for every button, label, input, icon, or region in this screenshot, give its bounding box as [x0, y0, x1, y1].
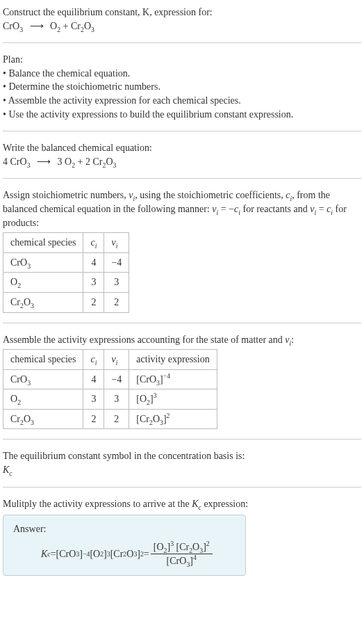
cell-ci: 3 — [83, 273, 104, 293]
table-row: Cr2O3 2 2 — [3, 292, 129, 312]
arrow-icon: ⟶ — [30, 19, 44, 33]
r1: CrO — [10, 156, 27, 167]
multiply-text: Mulitply the activity expressions to arr… — [3, 497, 361, 511]
n2m: O — [192, 542, 199, 552]
t1a: [CrO — [56, 547, 76, 561]
mid: O — [153, 414, 160, 424]
assign-section: Assign stoichiometric numbers, νi, using… — [3, 188, 361, 312]
coef1: 4 — [3, 156, 10, 167]
a: [CrO — [136, 374, 156, 385]
plan-item: Use the activity expressions to build th… — [3, 108, 361, 122]
cell-nui: 2 — [104, 292, 129, 312]
balanced-section: Write the balanced chemical equation: 4 … — [3, 141, 361, 168]
col-ci: ci — [83, 233, 104, 253]
assign-text: Assign stoichiometric numbers, νi, using… — [3, 188, 361, 230]
sp: Cr — [10, 297, 20, 307]
cell-species: Cr2O3 — [3, 409, 83, 429]
cell-activity: [Cr2O3]2 — [129, 409, 217, 429]
cell-ci: 2 — [83, 409, 104, 429]
table-header-row: chemical species ci νi activity expressi… — [3, 350, 217, 370]
n2a: [Cr — [174, 542, 189, 552]
cell-nui: −4 — [104, 252, 129, 273]
assemble-section: Assemble the activity expressions accoun… — [3, 333, 361, 430]
dsup: 4 — [193, 554, 197, 562]
sp2: O — [24, 414, 31, 424]
col-species: chemical species — [3, 350, 83, 370]
cell-nui: −4 — [104, 369, 129, 389]
coef3: 2 — [85, 156, 93, 167]
table-header-row: chemical species ci νi — [3, 233, 129, 253]
r1-sub: 3 — [27, 161, 31, 169]
plan-item: Determine the stoichiometric numbers. — [3, 80, 361, 94]
plan-item: Assemble the activity expression for eac… — [3, 94, 361, 108]
t2: expression: — [201, 499, 248, 509]
col-activity: activity expression — [129, 350, 217, 370]
sp: CrO — [10, 257, 27, 268]
colon: : — [291, 335, 294, 345]
sp2-sub: 3 — [31, 419, 34, 426]
answer-equation: Kc = [CrO3]−4 [O2]3 [Cr2O3]2 = [O2]3 [Cr… — [13, 540, 235, 568]
a: [Cr — [136, 414, 149, 424]
K: K — [41, 547, 47, 561]
t2a: [O — [90, 547, 100, 561]
col-ci: ci — [83, 350, 104, 370]
cell-nui: 3 — [104, 389, 129, 410]
plan-item: Balance the chemical equation. — [3, 67, 361, 81]
K: K — [192, 499, 198, 509]
assemble-text: Assemble the activity expressions accoun… — [3, 333, 361, 347]
sp-sub: 3 — [27, 378, 31, 386]
cell-activity: [O2]3 — [129, 389, 217, 410]
col-species: chemical species — [3, 233, 83, 253]
fraction: [O2]3 [Cr2O3]2 [CrO3]4 — [151, 540, 213, 568]
ci-sub: i — [95, 359, 97, 367]
cell-species: Cr2O3 — [3, 292, 83, 312]
table-row: CrO3 4 −4 [CrO3]−4 — [3, 369, 217, 389]
a-sup: −4 — [163, 372, 170, 380]
answer-label: Answer: — [13, 522, 235, 536]
t3m: O — [126, 547, 133, 561]
activity-table: chemical species ci νi activity expressi… — [3, 349, 217, 429]
table-row: O2 3 3 — [3, 273, 129, 293]
sp: Cr — [10, 414, 20, 424]
symbol-section: The equilibrium constant symbol in the c… — [3, 449, 361, 476]
eq1: = − — [218, 204, 234, 214]
col-nui: νi — [104, 350, 129, 370]
t3a: [Cr — [110, 547, 124, 561]
sp2: O — [24, 297, 31, 307]
table-row: O2 3 3 [O2]3 — [3, 389, 217, 410]
t1: Assign stoichiometric numbers, — [3, 190, 129, 200]
plan-section: Plan: Balance the chemical equation. Det… — [3, 53, 361, 121]
K: K — [3, 465, 9, 475]
cell-ci: 3 — [83, 389, 104, 410]
product2a: Cr — [71, 21, 81, 31]
K-sub: c — [9, 469, 12, 477]
cell-species: CrO3 — [3, 369, 83, 389]
sp2-sub: 3 — [31, 302, 34, 309]
sp: O — [10, 394, 17, 404]
answer-box: Answer: Kc = [CrO3]−4 [O2]3 [Cr2O3]2 = [… — [3, 515, 246, 576]
header-section: Construct the equilibrium constant, K, e… — [3, 6, 361, 33]
balanced-equation: 4 CrO3 ⟶ 3 O2 + 2 Cr2O3 — [3, 155, 361, 169]
balanced-intro: Write the balanced chemical equation: — [3, 141, 361, 155]
t2: , using the stoichiometric coefficients, — [135, 190, 286, 200]
sp: CrO — [10, 374, 27, 385]
cell-ci: 2 — [83, 292, 104, 312]
reactant: CrO — [3, 21, 19, 31]
eq2: = — [316, 204, 326, 214]
cell-activity: [CrO3]−4 — [129, 369, 217, 389]
sp: O — [10, 277, 17, 287]
numerator: [O2]3 [Cr2O3]2 — [151, 540, 213, 555]
cell-nui: 2 — [104, 409, 129, 429]
p2b-sub: 3 — [113, 161, 117, 169]
product2b: O — [84, 21, 91, 31]
divider — [3, 178, 361, 179]
divider — [3, 487, 361, 488]
t1: Assemble the activity expressions accoun… — [3, 335, 285, 345]
product1: O — [50, 21, 57, 31]
table-row: Cr2O3 2 2 [Cr2O3]2 — [3, 409, 217, 429]
plus: + — [60, 21, 71, 31]
eq2: = — [144, 547, 149, 561]
header-line1: Construct the equilibrium constant, K, e… — [3, 6, 361, 19]
plan-title: Plan: — [3, 53, 361, 67]
a-sup: 3 — [154, 392, 157, 400]
